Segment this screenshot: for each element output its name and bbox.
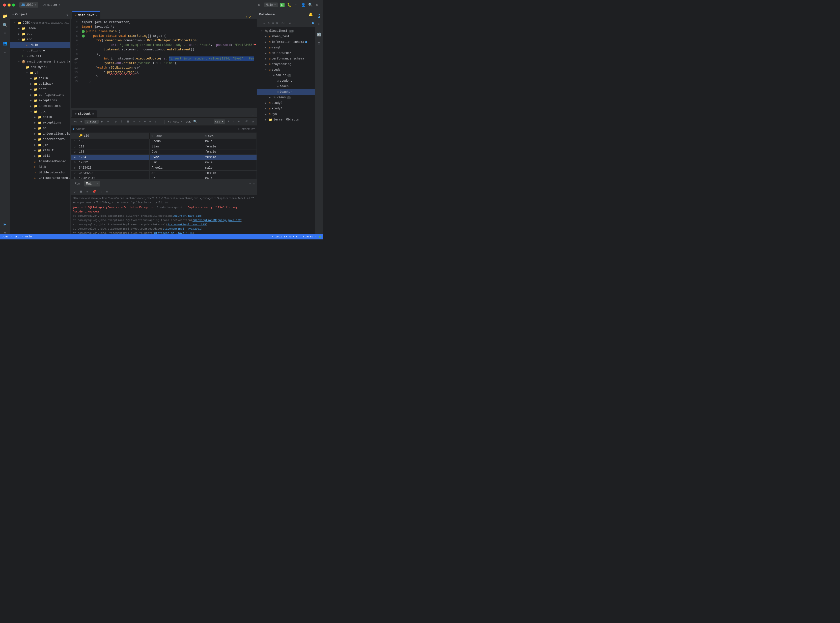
right-android-icon[interactable]: 🤖 bbox=[315, 30, 323, 38]
table-row[interactable]: 5 12312 Sam male bbox=[71, 160, 257, 165]
status-line-ending[interactable]: LF bbox=[284, 235, 287, 238]
maximize-button[interactable] bbox=[12, 3, 15, 6]
sidebar-more-icon[interactable]: ⋯ bbox=[1, 48, 9, 57]
db-item-mysql[interactable]: ▶ ⊡ mysql bbox=[257, 45, 315, 51]
tree-item-com-mysql[interactable]: ▾ 📁 com.mysql bbox=[10, 64, 71, 70]
tree-item-exceptions2[interactable]: ▶ 📁 exceptions bbox=[10, 120, 71, 126]
tree-item-main[interactable]: ☕ Main bbox=[10, 42, 71, 48]
tree-item-result[interactable]: ▶ 📁 result bbox=[10, 148, 71, 153]
tab-student[interactable]: ⊞ student ✕ bbox=[72, 110, 97, 117]
tree-item-admin1[interactable]: ▶ 📁 admin bbox=[10, 75, 71, 81]
table-row-selected[interactable]: 4 1234 Eve2 female bbox=[71, 155, 257, 160]
th-sex[interactable]: ⊟sex bbox=[203, 133, 257, 139]
db-item-teacher[interactable]: ⊟ teacher bbox=[257, 89, 315, 95]
db-item-ebean-test[interactable]: ▶ ⊡ ebean_test bbox=[257, 34, 315, 39]
editor-more-icon[interactable]: ⋯ bbox=[252, 15, 254, 19]
tree-item-abandonedconnec[interactable]: ☕ AbandonedConnec… bbox=[10, 159, 71, 164]
db-item-study2[interactable]: ▶ ⊡ study2 bbox=[257, 100, 315, 106]
sidebar-commit-icon[interactable]: 🔍 bbox=[1, 21, 9, 29]
stack-link-1[interactable]: SQLError.java:118 bbox=[172, 215, 201, 218]
table-row[interactable]: 7 34234233 An female bbox=[71, 170, 257, 176]
run-gutter-4[interactable] bbox=[82, 30, 85, 33]
rerun-btn[interactable]: ↺ bbox=[73, 189, 77, 194]
remove-row-btn[interactable]: − bbox=[138, 120, 142, 124]
tree-item-gitignore[interactable]: ○ .gitignore bbox=[10, 48, 71, 54]
db-item-study4[interactable]: ▶ ⊡ study4 bbox=[257, 106, 315, 111]
table-row[interactable]: 3 133 Joe female bbox=[71, 149, 257, 155]
console-close-icon[interactable]: ✕ bbox=[253, 182, 255, 185]
db-edit-btn[interactable]: ✏ bbox=[262, 21, 266, 25]
db-item-views[interactable]: ▶ 👁 views 2 bbox=[257, 95, 315, 100]
db-item-onlineorder[interactable]: ▶ ⊡ onlineOrder bbox=[257, 51, 315, 56]
tree-item-exceptions1[interactable]: ▶ 📁 exceptions bbox=[10, 98, 71, 103]
scroll-end-btn[interactable]: ↓ bbox=[99, 190, 103, 194]
next-row-btn[interactable]: ▶ bbox=[100, 119, 104, 124]
db-item-staybooking[interactable]: ▶ ⊡ staybooking bbox=[257, 61, 315, 67]
db-table-btn[interactable]: ⊞ bbox=[275, 21, 279, 25]
sidebar-users-icon[interactable]: 👥 bbox=[1, 39, 9, 48]
db-item-tables[interactable]: ▾ ⊞ tables 3 bbox=[257, 72, 315, 78]
sidebar-folder-icon[interactable]: 📁 bbox=[1, 12, 9, 20]
first-row-btn[interactable]: ⏮ bbox=[73, 119, 78, 124]
minimize-button[interactable] bbox=[8, 3, 11, 6]
revert-btn[interactable]: ↓ bbox=[159, 120, 163, 124]
db-tree-content[interactable]: ▾ 🔌 @localhost 10 ▶ ⊡ ebean_test ▶ ⊡ inf… bbox=[257, 27, 315, 239]
redo-btn[interactable]: ↪ bbox=[148, 119, 152, 124]
tree-item-interceptors1[interactable]: ▶ 📁 interceptors bbox=[10, 103, 71, 109]
status-position[interactable]: 16:1 bbox=[275, 235, 282, 238]
db-item-study[interactable]: ▾ ⊡ study bbox=[257, 67, 315, 72]
pin-tab-btn[interactable]: 📌 bbox=[91, 189, 97, 194]
tree-item-interceptors2[interactable]: ▶ 📁 interceptors bbox=[10, 137, 71, 142]
search-everywhere-icon[interactable]: ⚙ bbox=[257, 3, 262, 8]
tree-item-src[interactable]: ▾ 📁 src bbox=[10, 37, 71, 42]
tree-item-blobfromlocator[interactable]: ○ BlobFromLocator bbox=[10, 170, 71, 175]
refresh-btn[interactable]: ↻ bbox=[114, 119, 118, 124]
tree-item-integration[interactable]: ▶ 📁 integration.c3p0 bbox=[10, 131, 71, 137]
tx-dropdown-arrow[interactable]: ▾ bbox=[181, 120, 182, 123]
console-settings-btn[interactable]: ⚙ bbox=[105, 189, 109, 194]
status-src[interactable]: src bbox=[14, 235, 19, 238]
debug-icon[interactable]: 🐛 bbox=[286, 3, 292, 8]
console-more-icon[interactable]: ⋯ bbox=[249, 182, 251, 185]
db-refresh-btn[interactable]: ↻ bbox=[267, 21, 271, 25]
export-btn[interactable]: ⬇ bbox=[226, 119, 230, 124]
table-more-icon[interactable]: ⋯ bbox=[252, 114, 256, 117]
db-sync-btn[interactable]: ⇄ bbox=[288, 21, 292, 25]
db-item-server-objects[interactable]: ▶ 📁 Server Objects bbox=[257, 117, 315, 123]
th-sid[interactable]: 🔑sid bbox=[77, 133, 149, 139]
import-btn[interactable]: ⬆ bbox=[232, 119, 235, 124]
stack-link-2[interactable]: SQLExceptionsMapping.java:122 bbox=[192, 219, 241, 222]
create-breakpoint[interactable]: Create breakpoint bbox=[157, 206, 183, 209]
table-tab-close[interactable]: ✕ bbox=[92, 112, 94, 115]
add-row-btn[interactable]: + bbox=[132, 120, 136, 124]
undo-btn[interactable]: ↩ bbox=[143, 119, 147, 124]
search-icon[interactable]: 🔍 bbox=[308, 3, 313, 8]
table-row[interactable]: 1 13 JoeNo male bbox=[71, 139, 257, 144]
tree-item-callback[interactable]: ▶ 📁 callback bbox=[10, 81, 71, 87]
tree-item-callablestatement[interactable]: ☕ CallableStatemen… bbox=[10, 175, 71, 181]
tree-item-jdbc-folder[interactable]: ▾ 📁 jdbc bbox=[10, 109, 71, 114]
tree-item-configurations[interactable]: ▶ 📁 configurations bbox=[10, 92, 71, 98]
branch-selector[interactable]: ⎇ master ▾ bbox=[40, 2, 63, 8]
status-project[interactable]: JDBC bbox=[2, 235, 9, 238]
stop-btn[interactable]: ⏸ bbox=[119, 119, 124, 124]
csv-dropdown[interactable]: CSV ▾ bbox=[214, 120, 225, 124]
status-encoding[interactable]: UTF-8 bbox=[289, 235, 298, 238]
db-more-btn[interactable]: ⋯ bbox=[292, 21, 296, 25]
db-item-teach[interactable]: ⊟ teach bbox=[257, 84, 315, 89]
submit-btn[interactable]: ↑ bbox=[154, 120, 157, 124]
sidebar-git-icon[interactable]: ⑂ bbox=[1, 30, 9, 38]
last-row-btn[interactable]: ⏭ bbox=[105, 119, 111, 124]
db-ddl-btn[interactable]: DDL bbox=[280, 21, 287, 25]
tree-item-jar[interactable]: ▾ 📦 mysql-connector-j-8.2.0.jar bbox=[10, 59, 71, 64]
tree-item-jdbc[interactable]: ▾ 📁 JDBC~/Desktop/CS/JavaEE/1 Ja… bbox=[10, 20, 71, 26]
view-btn[interactable]: 👁 bbox=[245, 119, 249, 124]
db-item-localhost[interactable]: ▾ 🔌 @localhost 10 bbox=[257, 28, 315, 34]
db-item-student[interactable]: ⊟ student bbox=[257, 78, 315, 84]
console-main-tab[interactable]: Main ✕ bbox=[84, 181, 100, 187]
run-config[interactable]: Main ▾ bbox=[264, 3, 278, 7]
status-main[interactable]: Main bbox=[25, 235, 32, 238]
bell-icon[interactable]: 🔔 bbox=[309, 12, 313, 17]
stack-link-4[interactable]: StatementImpl.java:2081 bbox=[162, 227, 201, 230]
console-tab-close[interactable]: ✕ bbox=[96, 182, 98, 186]
